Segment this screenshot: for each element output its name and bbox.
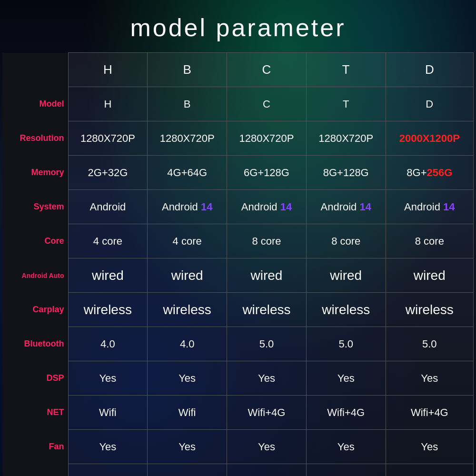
row-label-system: System xyxy=(2,190,68,224)
cell-r2-c1: 4G+64G xyxy=(148,156,227,190)
row-label-carplay: Carplay xyxy=(2,293,68,327)
cell-r11-c0: colorful xyxy=(68,464,148,476)
cell-r4-c1: 4 core xyxy=(148,224,227,258)
cell-r11-c2: colorful xyxy=(227,464,307,476)
cell-r10-c4: Yes xyxy=(386,430,473,464)
cell-r9-c3: Wifi+4G xyxy=(306,396,386,430)
header-label-cell xyxy=(2,53,68,87)
memory-base: 8G+ xyxy=(407,167,426,178)
cell-r2-c4: 8G+256G xyxy=(386,156,473,190)
parameter-table: HBCTDModelHBCTDResolution1280X720P1280X7… xyxy=(2,52,474,476)
android-version: 14 xyxy=(201,201,212,213)
cell-r11-c4 xyxy=(386,464,473,476)
cell-r9-c0: Wifi xyxy=(68,396,148,430)
row-label-memory: Memory xyxy=(2,156,68,190)
cell-r0-c4: D xyxy=(386,87,473,121)
cell-r4-c0: 4 core xyxy=(68,224,148,258)
row-label-bluetooth: Bluetooth xyxy=(2,327,68,361)
column-header-c: C xyxy=(227,53,307,87)
parameter-table-wrapper: HBCTDModelHBCTDResolution1280X720P1280X7… xyxy=(2,52,474,476)
cell-r11-c1: colorful xyxy=(148,464,227,476)
cell-r1-c3: 1280X720P xyxy=(306,121,386,156)
cell-r8-c3: Yes xyxy=(306,361,386,396)
cell-r0-c1: B xyxy=(148,87,227,121)
cell-r6-c1: wireless xyxy=(148,293,227,327)
cell-r6-c3: wireless xyxy=(306,293,386,327)
cell-r1-c0: 1280X720P xyxy=(68,121,148,156)
cell-r7-c4: 5.0 xyxy=(386,327,473,361)
cell-r7-c1: 4.0 xyxy=(148,327,227,361)
cell-r5-c0: wired xyxy=(68,258,148,293)
cell-r10-c1: Yes xyxy=(148,430,227,464)
cell-r10-c3: Yes xyxy=(306,430,386,464)
android-text: Android xyxy=(321,201,360,213)
cell-r2-c2: 6G+128G xyxy=(227,156,307,190)
cell-r9-c1: Wifi xyxy=(148,396,227,430)
cell-r3-c1: Android 14 xyxy=(148,190,227,224)
cell-r10-c0: Yes xyxy=(68,430,148,464)
row-label-fan: Fan xyxy=(2,430,68,464)
cell-r3-c2: Android 14 xyxy=(227,190,307,224)
row-label-model: Model xyxy=(2,87,68,121)
cell-r7-c3: 5.0 xyxy=(306,327,386,361)
cell-r6-c2: wireless xyxy=(227,293,307,327)
cell-r8-c4: Yes xyxy=(386,361,473,396)
row-label-button-color: Button color xyxy=(2,464,68,476)
cell-r5-c1: wired xyxy=(148,258,227,293)
android-version: 14 xyxy=(280,201,292,213)
row-label-net: NET xyxy=(2,396,68,430)
cell-r9-c2: Wifi+4G xyxy=(227,396,307,430)
row-label-dsp: DSP xyxy=(2,361,68,396)
column-header-d: D xyxy=(386,53,473,87)
cell-r1-c4: 2000X1200P xyxy=(386,121,473,156)
page-title: model parameter xyxy=(2,5,474,52)
cell-r6-c0: wireless xyxy=(68,293,148,327)
column-header-h: H xyxy=(68,53,148,87)
android-version: 14 xyxy=(443,201,455,213)
cell-r4-c4: 8 core xyxy=(386,224,473,258)
special-value: 2000X1200P xyxy=(399,132,460,144)
cell-r0-c0: H xyxy=(68,87,148,121)
cell-r11-c3: colorful xyxy=(306,464,386,476)
cell-r3-c3: Android 14 xyxy=(306,190,386,224)
cell-r3-c4: Android 14 xyxy=(386,190,473,224)
page-content: model parameter HBCTDModelHBCTDResolutio… xyxy=(0,0,476,476)
memory-extra: 256G xyxy=(427,167,453,178)
android-text: Android xyxy=(404,201,443,213)
cell-r1-c1: 1280X720P xyxy=(148,121,227,156)
row-label-resolution: Resolution xyxy=(2,121,68,156)
column-header-t: T xyxy=(306,53,386,87)
android-text: Android xyxy=(241,201,280,213)
cell-r10-c2: Yes xyxy=(227,430,307,464)
cell-r4-c3: 8 core xyxy=(306,224,386,258)
cell-r5-c4: wired xyxy=(386,258,473,293)
column-header-b: B xyxy=(148,53,227,87)
cell-r6-c4: wireless xyxy=(386,293,473,327)
cell-r7-c2: 5.0 xyxy=(227,327,307,361)
cell-r0-c3: T xyxy=(306,87,386,121)
android-text: Android xyxy=(162,201,201,213)
row-label-core: Core xyxy=(2,224,68,258)
cell-r9-c4: Wifi+4G xyxy=(386,396,473,430)
cell-r7-c0: 4.0 xyxy=(68,327,148,361)
cell-r8-c2: Yes xyxy=(227,361,307,396)
android-version: 14 xyxy=(359,201,371,213)
cell-r2-c0: 2G+32G xyxy=(68,156,148,190)
cell-r1-c2: 1280X720P xyxy=(227,121,307,156)
cell-r8-c0: Yes xyxy=(68,361,148,396)
cell-r5-c3: wired xyxy=(306,258,386,293)
cell-r3-c0: Android xyxy=(68,190,148,224)
cell-r8-c1: Yes xyxy=(148,361,227,396)
cell-r4-c2: 8 core xyxy=(227,224,307,258)
cell-r0-c2: C xyxy=(227,87,307,121)
cell-r2-c3: 8G+128G xyxy=(306,156,386,190)
cell-r5-c2: wired xyxy=(227,258,307,293)
row-label-android-auto: Android Auto xyxy=(2,258,68,293)
